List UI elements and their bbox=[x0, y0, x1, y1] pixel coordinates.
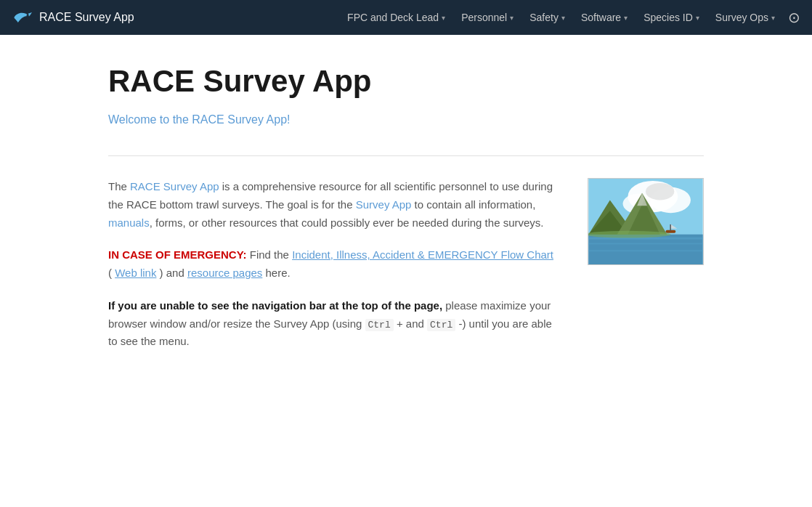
survey-app-link[interactable]: Survey App bbox=[356, 198, 412, 211]
chevron-down-icon: ▾ bbox=[561, 14, 565, 22]
svg-rect-17 bbox=[670, 224, 670, 231]
svg-point-5 bbox=[646, 183, 674, 200]
chevron-down-icon: ▾ bbox=[696, 14, 699, 22]
resource-pages-link[interactable]: resource pages bbox=[187, 267, 262, 279]
island-image-container bbox=[588, 178, 704, 265]
nav-item-fpc[interactable]: FPC and Deck Lead ▾ bbox=[340, 7, 452, 28]
emergency-label: IN CASE OF EMERGENCY: bbox=[108, 248, 247, 261]
chevron-down-icon: ▾ bbox=[624, 14, 628, 22]
svg-point-0 bbox=[27, 15, 29, 17]
ctrl-plus-code: Ctrl bbox=[365, 319, 394, 331]
navbar: RACE Survey App FPC and Deck Lead ▾ Pers… bbox=[0, 0, 812, 35]
chevron-down-icon: ▾ bbox=[510, 14, 513, 22]
race-survey-app-link[interactable]: RACE Survey App bbox=[130, 180, 219, 192]
nav-item-github[interactable]: ⊙ bbox=[784, 9, 800, 26]
main-content: RACE Survey App Welcome to the RACE Surv… bbox=[79, 35, 733, 373]
intro-paragraph: The RACE Survey App is a comprehensive r… bbox=[108, 178, 559, 232]
nav-link-personnel[interactable]: Personnel ▾ bbox=[454, 7, 521, 28]
manuals-link[interactable]: manuals bbox=[108, 216, 150, 229]
nav-item-safety[interactable]: Safety ▾ bbox=[522, 7, 572, 28]
nav-note-bold: If you are unable to see the navigation … bbox=[108, 299, 442, 312]
fish-icon bbox=[12, 7, 32, 28]
nav-link-survey-ops[interactable]: Survey Ops ▾ bbox=[708, 7, 782, 28]
github-icon[interactable]: ⊙ bbox=[788, 9, 800, 25]
welcome-text: Welcome to the RACE Survey App! bbox=[108, 113, 704, 126]
emergency-block: IN CASE OF EMERGENCY: Find the Incident,… bbox=[108, 246, 559, 283]
svg-point-15 bbox=[588, 231, 670, 238]
hero-section: RACE Survey App Welcome to the RACE Surv… bbox=[108, 35, 704, 148]
nav-links: FPC and Deck Lead ▾ Personnel ▾ Safety ▾… bbox=[340, 7, 800, 28]
content-body: The RACE Survey App is a comprehensive r… bbox=[108, 178, 559, 351]
section-divider bbox=[108, 155, 704, 156]
emergency-text: Find the bbox=[250, 248, 292, 261]
svg-rect-9 bbox=[588, 250, 702, 251]
web-link[interactable]: Web link bbox=[115, 267, 156, 279]
chevron-down-icon: ▾ bbox=[442, 14, 445, 22]
nav-link-fpc[interactable]: FPC and Deck Lead ▾ bbox=[340, 7, 452, 28]
nav-item-survey-ops[interactable]: Survey Ops ▾ bbox=[708, 7, 782, 28]
emergency-end: here. bbox=[266, 267, 291, 279]
nav-brand[interactable]: RACE Survey App bbox=[12, 7, 134, 28]
nav-item-personnel[interactable]: Personnel ▾ bbox=[454, 7, 521, 28]
nav-item-species-id[interactable]: Species ID ▾ bbox=[636, 7, 707, 28]
svg-rect-8 bbox=[588, 243, 702, 245]
nav-link-software[interactable]: Software ▾ bbox=[574, 7, 635, 28]
page-title: RACE Survey App bbox=[108, 64, 704, 99]
emergency-flow-chart-link[interactable]: Incident, Illness, Accident & EMERGENCY … bbox=[292, 248, 553, 261]
nav-link-species-id[interactable]: Species ID ▾ bbox=[636, 7, 707, 28]
nav-link-safety[interactable]: Safety ▾ bbox=[522, 7, 572, 28]
emergency-and: ) and bbox=[160, 267, 187, 279]
chevron-down-icon: ▾ bbox=[771, 14, 775, 22]
nav-item-software[interactable]: Software ▾ bbox=[574, 7, 635, 28]
emergency-paren: ( bbox=[108, 267, 112, 279]
content-section: The RACE Survey App is a comprehensive r… bbox=[108, 178, 704, 373]
nav-note-block: If you are unable to see the navigation … bbox=[108, 297, 559, 351]
ctrl-minus-code: Ctrl bbox=[427, 319, 455, 331]
island-image bbox=[588, 179, 703, 264]
brand-label: RACE Survey App bbox=[39, 11, 134, 24]
